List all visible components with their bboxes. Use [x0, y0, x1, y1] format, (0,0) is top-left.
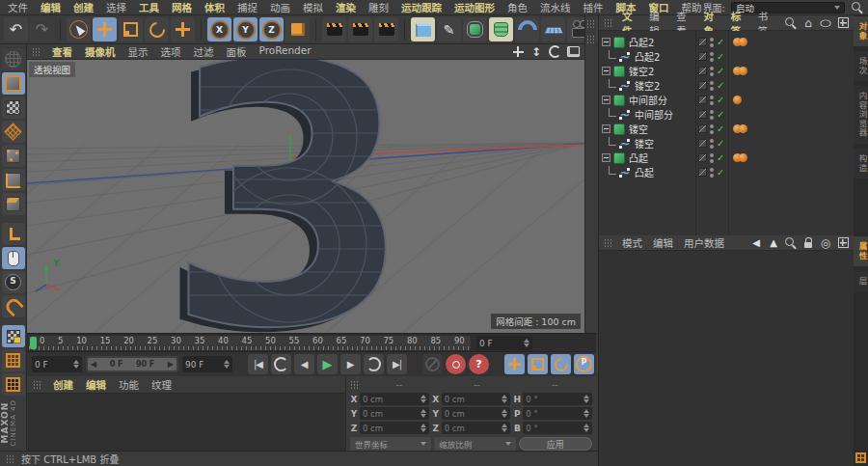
- stepper-icon[interactable]: [73, 360, 79, 369]
- back-icon[interactable]: [749, 236, 763, 250]
- points-mode-icon[interactable]: [2, 145, 25, 167]
- object-row[interactable]: 凸起2✓: [599, 35, 854, 49]
- frame-tick[interactable]: 10: [76, 336, 87, 345]
- visibility-dots-icon[interactable]: [710, 96, 714, 105]
- visibility-dots-icon[interactable]: [710, 110, 714, 120]
- add-icon[interactable]: [836, 236, 850, 250]
- bend-deformer-icon[interactable]: [515, 17, 539, 41]
- visibility-dots-icon[interactable]: [710, 52, 714, 62]
- panel-grip-icon[interactable]: [6, 454, 14, 464]
- frame-tick[interactable]: 90: [454, 336, 465, 345]
- coordinate-system-select[interactable]: 世界坐标: [350, 437, 431, 451]
- menu-item[interactable]: 工具: [139, 0, 159, 14]
- object-row[interactable]: 凸起✓: [599, 151, 854, 165]
- playhead[interactable]: [30, 337, 37, 349]
- frame-tick[interactable]: 30: [171, 336, 181, 345]
- prev-frame-button[interactable]: [294, 354, 314, 374]
- axis-y-icon[interactable]: [233, 17, 258, 41]
- stepper-icon[interactable]: [583, 395, 589, 403]
- redo-icon[interactable]: [30, 17, 54, 41]
- add-icon[interactable]: [836, 16, 850, 30]
- material-menu-item[interactable]: 纹理: [151, 377, 172, 392]
- menu-item[interactable]: 运动跟踪: [401, 0, 442, 14]
- frame-tick[interactable]: 0: [40, 336, 44, 345]
- panel-grip-icon[interactable]: [604, 18, 612, 28]
- menu-item[interactable]: 体积: [204, 0, 225, 14]
- layer-swatch[interactable]: [698, 67, 707, 75]
- enable-check-icon[interactable]: ✓: [717, 96, 724, 105]
- enable-check-icon[interactable]: ✓: [717, 81, 724, 91]
- end-frame-field[interactable]: 90 F: [182, 356, 232, 372]
- render-view-icon[interactable]: [322, 17, 346, 41]
- phong-tag-icon[interactable]: [739, 67, 747, 75]
- menu-item[interactable]: 文件: [8, 0, 28, 14]
- key-scale-toggle[interactable]: [528, 354, 548, 374]
- object-row[interactable]: 凸起✓: [599, 165, 854, 179]
- next-frame-button[interactable]: [340, 354, 361, 374]
- grid-icon[interactable]: [855, 452, 866, 463]
- viewport-menu-item[interactable]: 选项: [161, 44, 181, 59]
- goto-end-button[interactable]: [387, 354, 407, 374]
- texture-mode-icon[interactable]: [2, 96, 25, 119]
- menu-item[interactable]: 运动图形: [454, 0, 495, 14]
- frame-tick[interactable]: 40: [218, 336, 229, 345]
- goto-start-button[interactable]: [248, 354, 268, 374]
- layer-swatch[interactable]: [698, 52, 707, 61]
- stepper-icon[interactable]: [502, 395, 507, 403]
- object-row[interactable]: 中间部分✓: [599, 93, 854, 107]
- layer-swatch[interactable]: [698, 110, 707, 119]
- target-icon[interactable]: [819, 236, 832, 250]
- object-row[interactable]: 中间部分✓: [599, 107, 854, 122]
- coordinate-field[interactable]: 0 cm: [360, 393, 429, 405]
- stepper-icon[interactable]: [524, 339, 529, 347]
- viewport-menu-item[interactable]: 查看: [52, 44, 72, 59]
- coordinate-field[interactable]: 0 cm: [442, 393, 511, 405]
- enable-check-icon[interactable]: ✓: [717, 38, 724, 47]
- menu-item[interactable]: 编辑: [41, 0, 61, 14]
- start-frame-field[interactable]: 0 F: [32, 356, 82, 372]
- frame-tick[interactable]: 70: [360, 336, 370, 345]
- material-menu-item[interactable]: 功能: [119, 377, 139, 392]
- layer-swatch[interactable]: [698, 139, 707, 148]
- visibility-dots-icon[interactable]: [710, 168, 714, 178]
- viewport-menu-item[interactable]: 显示: [128, 44, 149, 59]
- record-button[interactable]: [422, 354, 443, 374]
- layer-swatch[interactable]: [698, 96, 707, 104]
- menu-item[interactable]: 创建: [73, 0, 94, 14]
- viewport-menu-item[interactable]: 过滤: [194, 44, 214, 59]
- workplane-quantize-icon[interactable]: [2, 349, 25, 371]
- stepper-icon[interactable]: [502, 409, 507, 418]
- frame-tick[interactable]: 80: [407, 336, 418, 345]
- generator-extrude-icon[interactable]: [489, 17, 513, 41]
- floor-object-icon[interactable]: [541, 17, 565, 41]
- viewport-canvas[interactable]: 3 3 3: [27, 60, 584, 333]
- frame-tick[interactable]: 50: [265, 336, 276, 345]
- phong-tag-icon[interactable]: [733, 96, 742, 104]
- panel-grip-icon[interactable]: [32, 47, 41, 57]
- key-rotation-toggle[interactable]: [551, 354, 571, 374]
- model-mode-icon[interactable]: [2, 72, 25, 95]
- snap-magnet-icon[interactable]: [2, 295, 25, 317]
- frame-tick[interactable]: 55: [289, 336, 300, 345]
- panel-grip-icon[interactable]: [586, 19, 595, 29]
- layer-swatch[interactable]: [698, 153, 707, 162]
- undo-icon[interactable]: [4, 17, 28, 41]
- frame-tick[interactable]: 75: [383, 336, 393, 345]
- layer-swatch[interactable]: [698, 38, 707, 46]
- apply-button[interactable]: 应用: [519, 437, 592, 451]
- object-row[interactable]: 镂空✓: [599, 122, 854, 136]
- rotate-icon[interactable]: [145, 17, 169, 41]
- menu-item[interactable]: 动画: [270, 0, 290, 14]
- visibility-dots-icon[interactable]: [710, 67, 714, 76]
- enable-check-icon[interactable]: ✓: [717, 52, 724, 62]
- stepper-icon[interactable]: [420, 409, 426, 418]
- menu-item[interactable]: 插件: [583, 0, 604, 14]
- menu-item[interactable]: 流水线: [540, 0, 571, 14]
- viewport-solo-icon[interactable]: [2, 247, 25, 269]
- manager-tab[interactable]: 场次: [854, 51, 868, 81]
- enable-check-icon[interactable]: ✓: [717, 110, 724, 120]
- coordinate-field[interactable]: 0 cm: [442, 407, 511, 420]
- dolly-view-icon[interactable]: [529, 45, 543, 59]
- phong-tag-icon[interactable]: [739, 153, 747, 162]
- viewport-menu-item[interactable]: 摄像机: [85, 44, 116, 59]
